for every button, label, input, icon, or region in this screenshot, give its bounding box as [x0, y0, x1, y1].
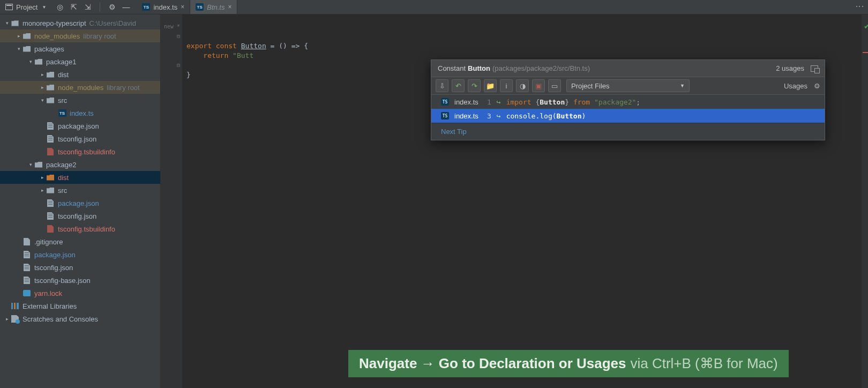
collapse-all-icon[interactable]: ⇲ — [84, 3, 92, 11]
tree-label: node_modules — [58, 84, 103, 92]
symbol-button[interactable]: Button — [241, 42, 266, 50]
tree-row[interactable]: External Libraries — [0, 300, 160, 312]
info-icon[interactable]: i — [500, 79, 513, 92]
popup-settings-icon[interactable]: ⚙ — [814, 82, 820, 90]
tree-row[interactable]: ▾packages — [0, 42, 160, 55]
inspection-ok-icon[interactable]: ✔ — [864, 22, 868, 31]
hide-tool-window-icon[interactable]: — — [122, 3, 130, 11]
select-opened-file-icon[interactable]: ◎ — [56, 3, 64, 11]
error-stripe[interactable] — [863, 52, 868, 53]
separator — [100, 2, 100, 12]
tree-row[interactable]: package.json — [0, 197, 160, 210]
tree-row[interactable]: tsconfig.tsbuildinfo — [0, 145, 160, 158]
nav-arrow-icon: ↪ — [497, 112, 501, 120]
tree-row[interactable]: package.json — [0, 248, 160, 261]
tree-row[interactable]: ▸src — [0, 184, 160, 197]
project-tree[interactable]: ▾monorepo-typescriptC:\Users\David▸node_… — [0, 14, 160, 325]
folder-icon — [46, 186, 55, 194]
tree-row[interactable]: ▸dist — [0, 68, 160, 81]
next-occurrence-icon[interactable]: ↷ — [468, 79, 481, 92]
nav-arrow-icon: ↪ — [497, 98, 501, 106]
close-tab-icon[interactable]: × — [181, 3, 184, 11]
editor-more-actions[interactable]: ⋮ — [855, 2, 865, 11]
tab-label: Btn.ts — [207, 3, 225, 11]
scope-selector[interactable]: Project Files ▼ — [566, 79, 690, 92]
popup-footer: Next Tip — [431, 123, 825, 140]
editor-tab[interactable]: Btn.ts× — [190, 0, 237, 14]
json-icon — [23, 264, 31, 271]
tree-row[interactable]: tsconfig.json — [0, 261, 160, 274]
tree-row[interactable]: tsconfig.json — [0, 210, 160, 222]
tree-label: dist — [58, 174, 69, 182]
yarn-icon — [23, 289, 31, 297]
tree-row[interactable]: ▾package2 — [0, 158, 160, 171]
filter-icon[interactable]: ⇩ — [436, 79, 448, 92]
tree-row[interactable]: ▸node_moduleslibrary root — [0, 81, 160, 94]
tree-row[interactable]: tsconfig.tsbuildinfo — [0, 222, 160, 235]
tree-label: package.json — [58, 199, 99, 207]
tree-hint: C:\Users\David — [89, 19, 136, 27]
tree-arrow-icon[interactable]: ▾ — [3, 20, 11, 26]
tree-row[interactable]: index.ts — [0, 107, 160, 120]
usage-row[interactable]: index.ts1↪import {Button} from "package2… — [431, 95, 825, 109]
usage-row[interactable]: index.ts3↪console.log(Button) — [431, 109, 825, 123]
tree-arrow-icon[interactable]: ▸ — [15, 33, 23, 39]
folder-icon — [46, 71, 55, 78]
next-tip-link[interactable]: Next Tip — [441, 128, 467, 136]
expand-all-icon[interactable]: ⇱ — [70, 3, 78, 11]
prev-occurrence-icon[interactable]: ↶ — [452, 79, 465, 92]
open-in-tool-window-icon[interactable] — [811, 65, 818, 72]
close-tab-icon[interactable]: × — [228, 3, 231, 11]
toolbar-icons: ◎ ⇱ ⇲ ⚙ — — [56, 2, 130, 12]
json-icon — [46, 122, 55, 130]
tree-row[interactable]: tsconfig-base.json — [0, 274, 160, 287]
tree-row[interactable]: ▸Scratches and Consoles — [0, 312, 160, 325]
tip-banner: Navigate → Go to Declaration or Usages v… — [348, 350, 789, 377]
tree-arrow-icon[interactable]: ▾ — [27, 59, 34, 64]
tree-row[interactable]: tsconfig.json — [0, 132, 160, 145]
pin-icon[interactable]: ▭ — [548, 79, 561, 92]
tree-row[interactable]: yarn.lock — [0, 287, 160, 300]
lib-icon — [11, 302, 19, 310]
popup-title-path: (packages/package2/src/Btn.ts) — [492, 64, 590, 72]
tree-arrow-icon[interactable]: ▸ — [39, 85, 46, 90]
popup-toolbar: ⇩ ↶ ↷ 📁 i ◑ ▣ ▭ Project Files ▼ Usages ⚙ — [431, 77, 825, 95]
usages-label: Usages — [784, 82, 807, 90]
tree-row[interactable]: .gitignore — [0, 235, 160, 248]
preview-icon[interactable]: ◑ — [516, 79, 529, 92]
tree-arrow-icon[interactable]: ▸ — [39, 188, 46, 193]
fold-open-icon[interactable]: ⊟ — [177, 33, 180, 39]
folder-icon — [46, 96, 55, 104]
tree-row[interactable]: ▸node_moduleslibrary root — [0, 29, 160, 42]
kw-const: const — [216, 42, 237, 50]
tree-row[interactable]: ▸dist — [0, 171, 160, 184]
usage-file: index.ts — [454, 112, 478, 120]
tree-row[interactable]: ▾package1 — [0, 55, 160, 68]
tree-label: dist — [58, 71, 69, 79]
project-tool-button[interactable]: Project ▼ — [3, 3, 48, 11]
tree-row[interactable]: ▾src — [0, 94, 160, 107]
tree-arrow-icon[interactable]: ▸ — [39, 72, 46, 77]
tree-label: package1 — [46, 58, 76, 66]
tree-arrow-icon[interactable]: ▸ — [3, 316, 11, 322]
tree-hint: library root — [107, 84, 139, 92]
tree-arrow-icon[interactable]: ▸ — [39, 175, 46, 180]
scope-value: Project Files — [571, 82, 610, 90]
inspection-gutter: ✔ — [862, 14, 868, 388]
editor-tab[interactable]: index.ts× — [137, 0, 190, 14]
usage-filter-icon[interactable]: ▣ — [532, 79, 545, 92]
tree-label: tsconfig.json — [34, 264, 73, 272]
fold-close-icon[interactable]: ⊟ — [177, 62, 180, 68]
tree-row[interactable]: package.json — [0, 120, 160, 132]
code-close-brace: } — [186, 71, 191, 79]
popup-title-name: Button — [468, 64, 490, 72]
tree-row[interactable]: ▾monorepo-typescriptC:\Users\David — [0, 17, 160, 29]
editor[interactable]: new * ⊟ ⊟ export const Button = () => { … — [161, 14, 868, 388]
ts-file-icon — [196, 3, 204, 11]
usage-code: import {Button} from "package2"; — [506, 98, 641, 106]
tree-arrow-icon[interactable]: ▾ — [15, 46, 23, 51]
tree-arrow-icon[interactable]: ▾ — [39, 98, 46, 103]
tree-arrow-icon[interactable]: ▾ — [27, 162, 34, 167]
settings-gear-icon[interactable]: ⚙ — [108, 3, 116, 11]
open-folder-icon[interactable]: 📁 — [484, 79, 497, 92]
